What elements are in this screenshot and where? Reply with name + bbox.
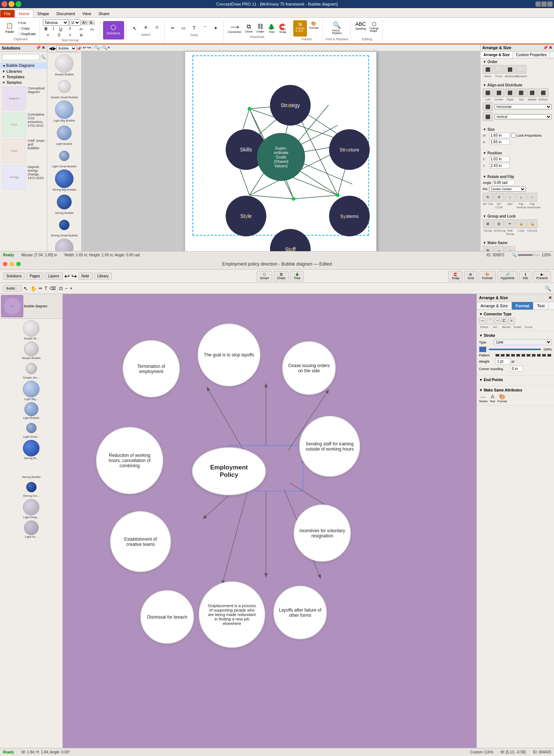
align-top-button[interactable]: ⬛: [516, 88, 526, 97]
spelling-button[interactable]: ABC Spelling: [354, 20, 367, 37]
rotate-180-button[interactable]: ↕: [505, 193, 515, 202]
termination-bubble[interactable]: Termination of employment: [123, 340, 180, 397]
strong-small-bubble-item[interactable]: Strong Small Bubble: [51, 216, 78, 237]
cease-bubble[interactable]: Cease issuing orders on the side: [282, 341, 336, 395]
chain-button[interactable]: ⛓ Chain: [255, 23, 266, 34]
align-right[interactable]: ≡: [65, 33, 75, 38]
tab-share[interactable]: Share: [95, 10, 113, 17]
forward-button[interactable]: ⬜: [516, 65, 526, 74]
bezier-btn[interactable]: ~: [495, 318, 500, 325]
connector-button[interactable]: ⟶ Connector: [226, 23, 243, 34]
align-center-h-button[interactable]: ⬛: [494, 88, 504, 97]
info-btn[interactable]: ℹInfo: [519, 271, 531, 281]
b-light-gray[interactable]: Light Gray...: [1, 499, 61, 519]
sample-cwf[interactable]: CWF CWF smart grid bubbles: [2, 139, 45, 163]
b-light-big[interactable]: Light Big...: [1, 381, 61, 401]
pin-icon[interactable]: 📌: [36, 45, 41, 50]
br-tab-format[interactable]: Format: [512, 302, 533, 309]
light-big-bubble-item[interactable]: Light Big Bubble: [54, 100, 75, 122]
simple-small-bubble-item[interactable]: Simple Small Bubble: [51, 78, 78, 99]
curve-btn[interactable]: ∿: [508, 318, 515, 325]
italic-button[interactable]: I: [50, 27, 57, 32]
structure-bubble[interactable]: Structure: [329, 129, 370, 170]
pen-tool-btn[interactable]: ✏: [38, 286, 43, 291]
sample-co2[interactable]: CO2 Cumulative CO2 emissions, 1751-2012: [2, 113, 45, 137]
align-left-button[interactable]: ⬛: [483, 88, 493, 97]
unlock-button[interactable]: 🔓: [527, 219, 537, 228]
tree-button[interactable]: 🌲 Tree: [266, 23, 277, 34]
tab-document[interactable]: Document: [53, 10, 79, 17]
lock-proportions-checkbox[interactable]: [511, 133, 516, 138]
zoom-in-btn2[interactable]: +: [69, 286, 73, 291]
redo-btn[interactable]: ↪: [87, 45, 91, 50]
sample-deposit[interactable]: energy Deposit energy change, 1971-2010: [2, 165, 45, 189]
breadcrumb-bubble[interactable]: Bubbl...: [3, 285, 21, 292]
group-button[interactable]: ⊞: [483, 219, 493, 228]
bold-button[interactable]: B: [43, 27, 49, 32]
light-bubble-item[interactable]: Light Bubble: [56, 124, 72, 146]
stroke-type-select[interactable]: Line: [494, 339, 552, 345]
height-input[interactable]: [489, 139, 510, 145]
b-light-gr2[interactable]: Light Gr...: [1, 520, 61, 538]
tab-arrange-size[interactable]: Arrange & Size: [481, 52, 513, 58]
strong-bubble-item[interactable]: Strong Bubble: [55, 193, 74, 215]
staff-bubble[interactable]: Staff: [270, 229, 311, 251]
superscript-button[interactable]: A¹: [76, 27, 86, 32]
clone-button[interactable]: ⧉ Clone: [243, 23, 254, 34]
text-tool-btn[interactable]: T: [44, 286, 48, 291]
note-btn[interactable]: Note: [78, 273, 93, 280]
tab-view[interactable]: View: [79, 10, 95, 17]
tab-file[interactable]: File: [0, 10, 15, 17]
tab-custom-props[interactable]: Custom Properties: [513, 52, 550, 58]
simple-bubble-item[interactable]: Simple Bubble: [55, 54, 74, 76]
close-solutions[interactable]: ✕: [42, 45, 45, 50]
pencil-tool[interactable]: ✏: [168, 25, 178, 33]
zoom-in-btn[interactable]: 🔍+: [102, 45, 110, 50]
smart-btn[interactable]: ⬡Smart: [257, 271, 272, 281]
bubble-diagrams-item[interactable]: ● Bubble Diagrams: [0, 62, 47, 69]
font-size-select[interactable]: 16: [69, 19, 81, 26]
smart-conn-btn[interactable]: ⊏: [501, 318, 507, 325]
goal-bubble[interactable]: The goal is to stop layoffs: [198, 324, 260, 386]
incentives-bubble[interactable]: Incentives for voluntary resignation: [294, 504, 351, 562]
vertical-dropdown[interactable]: Vertical: [495, 114, 552, 119]
pin-library[interactable]: 📌: [77, 47, 81, 51]
chain-btn[interactable]: ⛓Chain: [274, 271, 289, 281]
preview-thumb[interactable]: ⬡: [1, 295, 23, 317]
systems-bubble[interactable]: Systems: [329, 196, 370, 236]
underline-button[interactable]: U: [58, 27, 64, 32]
same-width-button[interactable]: ↔: [494, 246, 504, 251]
redo-icon[interactable]: ↪: [71, 272, 77, 280]
pin-select[interactable]: Center-Center: [489, 187, 526, 192]
canvas-container[interactable]: Strategy Skills Structure Super-ordinate…: [81, 51, 480, 251]
search-icon[interactable]: 🔍: [41, 55, 46, 59]
increase-font[interactable]: A+: [81, 20, 88, 25]
b-strong-sm[interactable]: Strong Sm...: [1, 480, 61, 497]
rotate-ccw-button[interactable]: ↺: [494, 193, 504, 202]
library-dropdown[interactable]: Bubble...: [57, 45, 77, 51]
bottom-canvas-area[interactable]: EmploymentPolicy Termination of employme…: [63, 294, 476, 748]
b-light-bubble[interactable]: Light Bubble: [1, 402, 61, 420]
direct-btn[interactable]: —: [479, 318, 486, 325]
b-strong-bubble[interactable]: Strong Bubble: [1, 461, 61, 479]
tree-btn[interactable]: 🌲Tree: [290, 271, 304, 281]
snap-button[interactable]: 🧲 Snap: [277, 23, 288, 34]
b-strong-big[interactable]: Strong Bi...: [1, 440, 61, 460]
establishment-bubble[interactable]: Establishment of creative teams: [110, 511, 171, 572]
rotate-cw-button[interactable]: ↻: [483, 193, 493, 202]
lock-button[interactable]: 🔒: [516, 219, 526, 228]
rectangle-tool[interactable]: ▭: [178, 25, 189, 33]
snap-btn[interactable]: 🧲Snap: [448, 271, 463, 281]
b-simple-bi[interactable]: Simple Bi...: [1, 320, 61, 340]
solutions-btn[interactable]: Solutions: [3, 273, 25, 280]
pages-btn[interactable]: Pages: [26, 273, 43, 280]
more-tools[interactable]: ▾: [211, 25, 221, 33]
horizontal-dropdown[interactable]: Horizontal: [495, 104, 552, 109]
angle-input[interactable]: [493, 180, 515, 185]
close-br-panel[interactable]: ✕: [548, 295, 552, 300]
front-button[interactable]: ⬜: [494, 65, 504, 74]
grid-btn[interactable]: ⊞Grid: [464, 271, 477, 281]
align-center[interactable]: ☰: [54, 33, 64, 38]
mac-close-button[interactable]: [3, 262, 7, 266]
edit-group-button[interactable]: ✏: [505, 219, 515, 228]
